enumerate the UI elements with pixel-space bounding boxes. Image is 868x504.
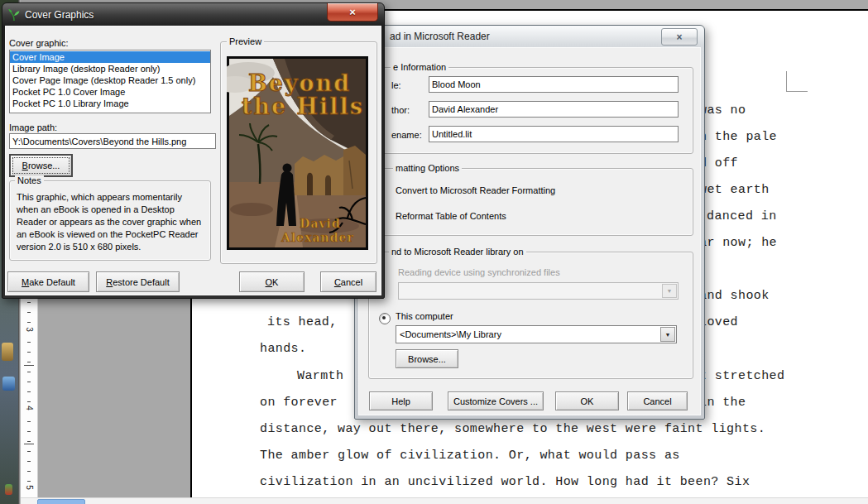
document-line: n the pale: [699, 130, 777, 145]
author-field[interactable]: David Alexander: [429, 101, 679, 118]
document-line: t stretched: [699, 369, 784, 384]
close-icon: ×: [349, 6, 356, 18]
author-field-label: thor:: [391, 105, 410, 115]
library-path-value: <Documents>\My Library: [400, 326, 501, 343]
cover-author-line1: David: [300, 217, 340, 230]
document-line: on forever: [260, 396, 338, 410]
chevron-down-icon: ▼: [662, 284, 677, 298]
document-line: in the: [699, 396, 746, 410]
ruler-number: 4: [24, 403, 34, 413]
group-label: nd to Microsoft Reader library on: [389, 247, 526, 257]
cover-graphic-listbox[interactable]: Cover Image Library Image (desktop Reade…: [9, 50, 211, 113]
desktop-icon[interactable]: [5, 484, 12, 495]
text-boundary-corner-mark: [786, 71, 808, 92]
notes-text: This graphic, which appears momentarily …: [17, 191, 205, 253]
make-default-button[interactable]: Make Default: [7, 271, 89, 292]
desktop-icon[interactable]: [2, 343, 13, 361]
image-path-field[interactable]: Y:\Documents\Covers\Beyond the Hills.png: [9, 133, 216, 149]
cover-graphics-dialog: Cover Graphics × Cover graphic: Cover Im…: [2, 2, 385, 299]
image-path-label: Image path:: [9, 122, 57, 132]
document-line: distance, way out there, somewhere to th…: [260, 422, 765, 437]
notes-group: Notes This graphic, which appears moment…: [9, 180, 211, 261]
ruler-halfinch-mark: [24, 365, 34, 366]
screen: { "colors": { "selection_blue": "#2f87dd…: [0, 0, 868, 504]
title-field[interactable]: Blood Moon: [429, 76, 679, 93]
read-in-microsoft-reader-dialog: ad in Microsoft Reader × e Information l…: [354, 25, 705, 420]
app-icon: [7, 8, 21, 22]
cancel-button[interactable]: Cancel: [320, 271, 376, 292]
this-computer-radio[interactable]: [379, 313, 391, 324]
dialog-title: Cover Graphics: [25, 9, 94, 21]
document-line: d off: [699, 156, 738, 171]
desktop-icon[interactable]: [2, 377, 15, 391]
document-line: was no: [699, 103, 746, 118]
filename-field[interactable]: Untitled.lit: [429, 126, 679, 142]
restore-default-button[interactable]: Restore Default: [96, 271, 180, 292]
group-label: e Information: [391, 62, 448, 73]
dialog-title: ad in Microsoft Reader: [390, 31, 490, 42]
document-line: hands.: [260, 342, 306, 357]
browse-button[interactable]: Browse...: [396, 349, 458, 368]
reformat-toc-checkbox-label[interactable]: Reformat Table of Contents: [396, 211, 506, 221]
document-line: ar now; he: [699, 236, 777, 251]
convert-formatting-checkbox-label[interactable]: Convert to Microsoft Reader Formatting: [396, 185, 555, 195]
device-combobox: ▼: [398, 282, 679, 300]
title-field-label: le:: [391, 80, 401, 90]
scrollbar-thumb[interactable]: [37, 499, 85, 504]
document-line: and shook: [699, 289, 770, 304]
library-path-combobox[interactable]: <Documents>\My Library ▼: [396, 325, 677, 343]
group-label: Notes: [15, 175, 44, 186]
document-line: civilization in an uncivilized world. Ho…: [260, 475, 750, 490]
ok-button[interactable]: OK: [555, 391, 619, 410]
close-icon: ×: [676, 31, 682, 43]
cover-title-line2: the Hills: [242, 94, 364, 119]
this-computer-radio-label[interactable]: This computer: [396, 311, 453, 321]
document-line: wet earth: [699, 183, 770, 198]
close-button[interactable]: ×: [327, 3, 378, 22]
document-line: loved: [699, 315, 738, 330]
group-label: matting Options: [393, 163, 462, 174]
cancel-button[interactable]: Cancel: [627, 391, 688, 410]
list-item[interactable]: Cover Image: [10, 51, 210, 63]
list-item[interactable]: Library Image (desktop Reader only): [10, 63, 210, 74]
group-label: Preview: [227, 36, 264, 47]
ruler-number: 5: [24, 482, 34, 492]
customize-covers-button[interactable]: Customize Covers ...: [448, 391, 544, 410]
close-button[interactable]: ×: [661, 28, 698, 46]
list-item[interactable]: Pocket PC 1.0 Library Image: [10, 98, 210, 109]
list-item[interactable]: Pocket PC 1.0 Cover Image: [10, 86, 210, 98]
formatting-options-group: matting Options: [368, 168, 693, 236]
chevron-down-icon[interactable]: ▼: [660, 327, 675, 342]
document-line: Warmth: [297, 369, 343, 384]
ruler-number: 3: [24, 324, 34, 334]
document-line: its head,: [267, 315, 338, 330]
document-line: danced in: [707, 209, 777, 224]
list-item[interactable]: Cover Page Image (desktop Reader 1.5 onl…: [10, 74, 210, 86]
ruler-halfinch-mark: [24, 444, 34, 444]
filename-field-label: ename:: [391, 130, 422, 140]
ok-button[interactable]: OK: [239, 271, 305, 292]
cover-preview-image: Beyond the Hills David Alexander: [227, 56, 368, 250]
help-button[interactable]: Help: [369, 391, 433, 410]
reading-device-radio-label: Reading device using synchronized files: [398, 267, 560, 277]
cover-author-line2: Alexander: [281, 231, 354, 244]
cover-title-line1: Beyond: [248, 70, 351, 96]
cover-graphic-label: Cover graphic:: [9, 38, 69, 48]
document-line: The amber glow of civilization. Or, what…: [260, 449, 680, 463]
horizontal-scrollbar[interactable]: [21, 497, 868, 504]
browse-button[interactable]: Browse...: [9, 154, 73, 177]
